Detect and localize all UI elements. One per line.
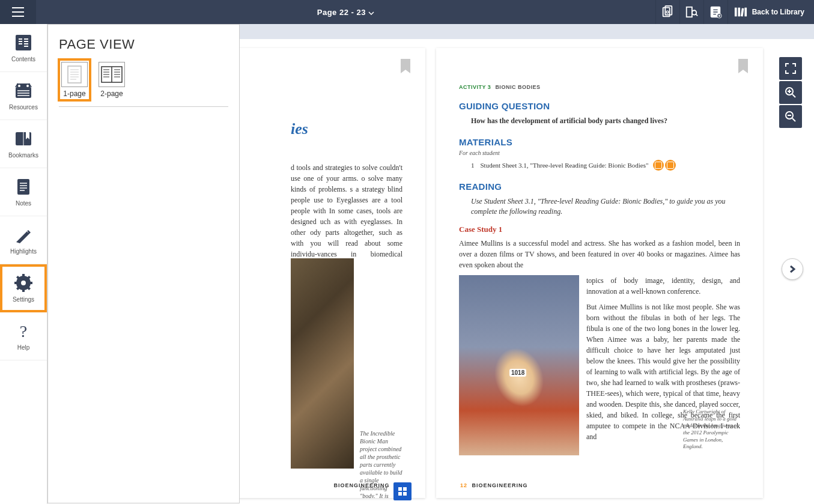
- svg-rect-10: [744, 8, 747, 17]
- svg-rect-3: [687, 7, 692, 17]
- help-icon: ?: [14, 321, 33, 341]
- svg-text:?: ?: [20, 322, 27, 341]
- svg-rect-17: [17, 179, 29, 195]
- svg-rect-9: [741, 8, 744, 16]
- menu-button[interactable]: [0, 0, 36, 24]
- zoom-in-button[interactable]: [779, 81, 802, 104]
- page-indicator[interactable]: Page 22 - 23: [36, 8, 655, 17]
- sidebar-item-label: Settings: [13, 296, 34, 303]
- search-book-button[interactable]: [679, 0, 703, 24]
- bookmark-tab-right[interactable]: [738, 59, 749, 77]
- sidebar-item-highlights[interactable]: Highlights: [0, 216, 47, 264]
- case-study-body-1: Aimee Mullins is a successful model and …: [459, 238, 740, 270]
- back-to-library-label: Back to Library: [752, 8, 804, 16]
- materials-sub: For each student: [459, 150, 740, 156]
- sidebar-item-label: Help: [17, 344, 30, 351]
- notes-icon: [14, 177, 33, 196]
- svg-rect-20: [22, 274, 25, 278]
- page-view-option-1page[interactable]: 1-page: [59, 59, 90, 100]
- single-page-icon: [61, 62, 88, 87]
- double-page-icon: [99, 62, 125, 87]
- svg-rect-36: [403, 492, 407, 496]
- svg-rect-8: [738, 8, 740, 17]
- guiding-question-text: How has the development of artificial bo…: [471, 116, 740, 126]
- add-note-button[interactable]: [703, 0, 727, 24]
- guiding-question-heading: GUIDING QUESTION: [459, 101, 740, 111]
- contents-icon: [14, 33, 33, 52]
- reading-heading: READING: [459, 181, 740, 192]
- sidebar-item-notes[interactable]: Notes: [0, 168, 47, 216]
- page-left-footer: BIOENGINEERING 11: [333, 482, 401, 488]
- activity-tag: ACTIVITY 3: [459, 84, 491, 90]
- page-right-footer-text: BIOENGINEERING: [472, 482, 528, 488]
- resource-link-icon[interactable]: [653, 160, 664, 171]
- athlete-caption: Kelly Cartwright of Australia leaps to a…: [683, 408, 740, 451]
- sidebar-item-help[interactable]: ? Help: [0, 312, 47, 360]
- page-left-body: d tools and strategies to solve couldn't…: [291, 162, 402, 270]
- top-bar: Page 22 - 23 Back to Library: [0, 0, 814, 24]
- case-study-heading: Case Study 1: [459, 225, 740, 234]
- thumbnail-grid-button[interactable]: [393, 482, 412, 500]
- chevron-down-icon: [368, 8, 374, 17]
- svg-rect-23: [29, 282, 32, 284]
- copy-link-button[interactable]: [655, 0, 679, 24]
- page-view-options: 1-page 2-page: [59, 59, 228, 107]
- library-icon: [734, 6, 747, 18]
- view-controls: [779, 57, 802, 128]
- sidebar-item-contents[interactable]: Contents: [0, 24, 47, 72]
- svg-rect-34: [403, 487, 407, 491]
- page-view-option-2page[interactable]: 2-page: [96, 59, 127, 100]
- next-page-button[interactable]: [782, 258, 803, 280]
- sidebar-item-label: Highlights: [10, 248, 37, 255]
- materials-item-num: 1: [471, 162, 475, 169]
- svg-point-15: [26, 85, 29, 87]
- sidebar-item-label: Contents: [11, 56, 35, 62]
- resource-link-icon[interactable]: [665, 160, 676, 171]
- svg-rect-33: [398, 487, 402, 491]
- resources-icon: [14, 81, 33, 100]
- page-view-option-label: 1-page: [63, 90, 85, 98]
- sidebar: Contents Resources Bookmarks Notes Highl…: [0, 24, 47, 504]
- svg-point-4: [692, 10, 696, 14]
- svg-rect-11: [16, 35, 31, 50]
- page-left-title-fragment: ies: [291, 120, 308, 138]
- page-indicator-label: Page 22 - 23: [317, 8, 366, 17]
- svg-rect-12: [16, 87, 31, 98]
- resource-links: [653, 160, 676, 171]
- svg-rect-22: [14, 282, 18, 284]
- sidebar-item-resources[interactable]: Resources: [0, 72, 47, 120]
- fullscreen-button[interactable]: [779, 57, 802, 80]
- case-body-2a: topics of body image, identity, design, …: [586, 275, 740, 297]
- svg-rect-35: [398, 492, 402, 496]
- bookmarks-icon: [14, 129, 33, 148]
- bookmark-tab-left[interactable]: [400, 59, 411, 77]
- activity-header: ACTIVITY 3 BIONIC BODIES: [459, 84, 740, 90]
- zoom-out-button[interactable]: [779, 105, 802, 128]
- svg-point-2: [666, 11, 669, 13]
- page-left-footer-text: BIOENGINEERING: [333, 482, 389, 488]
- reading-instructions: Use Student Sheet 3.1, "Three-level Read…: [471, 196, 740, 217]
- page-right-footer-num: 12: [460, 482, 467, 488]
- top-right-tools: Back to Library: [655, 0, 814, 24]
- highlights-icon: [14, 225, 33, 244]
- page-left-image: [291, 258, 354, 469]
- gear-icon: [14, 273, 33, 293]
- page-view-title: PAGE VIEW: [59, 37, 228, 52]
- sidebar-item-label: Bookmarks: [8, 152, 38, 159]
- activity-title: BIONIC BODIES: [495, 84, 540, 90]
- sidebar-item-bookmarks[interactable]: Bookmarks: [0, 120, 47, 168]
- back-to-library-button[interactable]: Back to Library: [727, 0, 814, 24]
- materials-heading: MATERIALS: [459, 137, 740, 147]
- sidebar-item-label: Resources: [9, 104, 38, 111]
- svg-rect-7: [735, 8, 737, 17]
- materials-item-text: Student Sheet 3.1, "Three-level Reading …: [481, 162, 649, 169]
- svg-point-14: [18, 85, 20, 87]
- svg-rect-21: [22, 288, 25, 292]
- materials-item: 1 Student Sheet 3.1, "Three-level Readin…: [471, 160, 740, 171]
- page-right: ACTIVITY 3 BIONIC BODIES GUIDING QUESTIO…: [436, 48, 763, 498]
- svg-point-19: [21, 281, 26, 285]
- sidebar-item-settings[interactable]: Settings: [0, 264, 47, 312]
- page-view-option-label: 2-page: [100, 90, 123, 98]
- page-right-footer: 12 BIOENGINEERING: [460, 482, 528, 488]
- sidebar-item-label: Notes: [16, 200, 31, 207]
